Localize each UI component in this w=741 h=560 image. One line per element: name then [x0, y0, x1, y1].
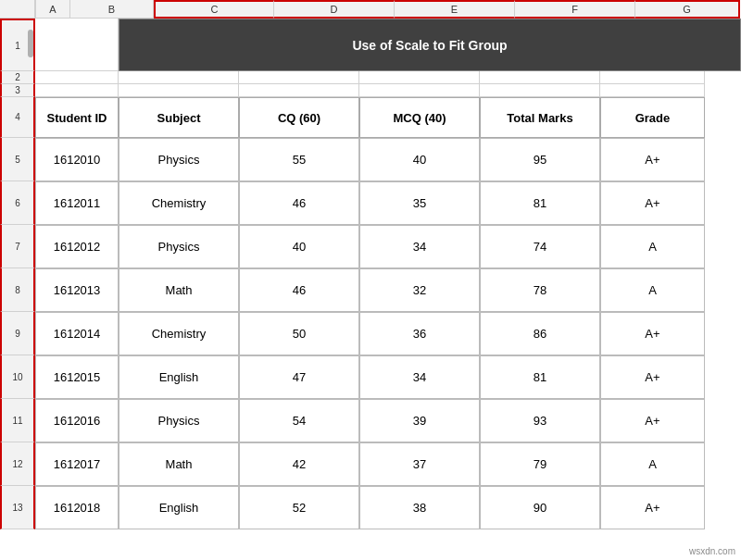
row-num-5: 5 [0, 138, 35, 181]
cell-g2 [600, 71, 705, 84]
row-num-11: 11 [0, 399, 35, 442]
td-id-2: 1612012 [35, 225, 119, 268]
row-num-9: 9 [0, 312, 35, 355]
th-total: Total Marks [480, 97, 600, 138]
td-cq-4: 50 [239, 312, 359, 355]
table-header-row: Student ID Subject CQ (60) MCQ (40) Tota… [35, 97, 741, 138]
row-num-8: 8 [0, 268, 35, 312]
td-subject-6: Physics [119, 399, 239, 442]
td-total-6: 93 [480, 399, 600, 442]
td-subject-0: Physics [119, 138, 239, 181]
body-container: 1 2 3 4 5 6 7 8 9 10 11 12 13 Use of Sca… [0, 19, 741, 560]
td-cq-5: 47 [239, 355, 359, 399]
row-numbers: 1 2 3 4 5 6 7 8 9 10 11 12 13 [0, 19, 35, 560]
th-subject: Subject [119, 97, 239, 138]
td-cq-1: 46 [239, 181, 359, 225]
row-3 [35, 84, 741, 97]
cell-e3 [359, 84, 480, 97]
td-mcq-6: 39 [359, 399, 480, 442]
td-mcq-3: 32 [359, 268, 480, 312]
spreadsheet: A B C D E F G 1 2 3 4 5 6 7 8 9 10 11 12… [0, 0, 741, 560]
td-mcq-5: 34 [359, 355, 480, 399]
td-cq-8: 52 [239, 486, 359, 529]
td-id-0: 1612010 [35, 138, 119, 181]
td-total-2: 74 [480, 225, 600, 268]
row-num-12: 12 [0, 442, 35, 486]
td-mcq-7: 37 [359, 442, 480, 486]
td-mcq-4: 36 [359, 312, 480, 355]
td-grade-6: A+ [600, 399, 705, 442]
title-row: Use of Scale to Fit Group [35, 19, 741, 71]
td-id-7: 1612017 [35, 442, 119, 486]
cell-d3 [239, 84, 359, 97]
table-row: 1612013 Math 46 32 78 A [35, 268, 741, 312]
table-row: 1612016 Physics 54 39 93 A+ [35, 399, 741, 442]
row-num-10: 10 [0, 355, 35, 399]
td-grade-8: A+ [600, 486, 705, 529]
td-total-8: 90 [480, 486, 600, 529]
title-text: Use of Scale to Fit Group [352, 38, 507, 53]
column-headers-row: A B C D E F G [0, 0, 741, 19]
cell-e2 [359, 71, 480, 84]
td-id-1: 1612011 [35, 181, 119, 225]
td-grade-2: A [600, 225, 705, 268]
td-mcq-8: 38 [359, 486, 480, 529]
td-total-5: 81 [480, 355, 600, 399]
cell-c3 [119, 84, 239, 97]
cell-c2 [119, 71, 239, 84]
th-mcq: MCQ (40) [359, 97, 480, 138]
td-cq-2: 40 [239, 225, 359, 268]
col-header-a: A [35, 0, 70, 19]
cells-area: Use of Scale to Fit Group [35, 19, 741, 560]
cell-f3 [480, 84, 600, 97]
row-2 [35, 71, 741, 84]
td-subject-8: English [119, 486, 239, 529]
cell-f2 [480, 71, 600, 84]
table-row: 1612017 Math 42 37 79 A [35, 442, 741, 486]
td-total-7: 79 [480, 442, 600, 486]
td-grade-7: A [600, 442, 705, 486]
watermark: wsxdn.com [689, 546, 735, 556]
td-subject-7: Math [119, 442, 239, 486]
cell-d2 [239, 71, 359, 84]
td-mcq-1: 35 [359, 181, 480, 225]
row-num-2: 2 [0, 71, 35, 84]
td-total-4: 86 [480, 312, 600, 355]
col-header-b: B [70, 0, 154, 19]
td-total-0: 95 [480, 138, 600, 181]
td-cq-6: 54 [239, 399, 359, 442]
td-mcq-0: 40 [359, 138, 480, 181]
td-grade-0: A+ [600, 138, 705, 181]
title-cell: Use of Scale to Fit Group [119, 19, 741, 71]
td-subject-3: Math [119, 268, 239, 312]
td-id-5: 1612015 [35, 355, 119, 399]
row-num-13: 13 [0, 486, 35, 529]
table-row: 1612018 English 52 38 90 A+ [35, 486, 741, 529]
row-num-4: 4 [0, 97, 35, 138]
cell-b2 [35, 71, 119, 84]
cell-b1 [35, 19, 119, 71]
td-grade-1: A+ [600, 181, 705, 225]
table-row: 1612010 Physics 55 40 95 A+ [35, 138, 741, 181]
row-num-6: 6 [0, 181, 35, 225]
td-subject-1: Chemistry [119, 181, 239, 225]
td-cq-7: 42 [239, 442, 359, 486]
th-cq: CQ (60) [239, 97, 359, 138]
td-total-1: 81 [480, 181, 600, 225]
scrollbar[interactable] [28, 30, 33, 57]
th-grade: Grade [600, 97, 705, 138]
td-subject-2: Physics [119, 225, 239, 268]
row-num-3: 3 [0, 84, 35, 97]
col-header-g: G [635, 0, 740, 19]
td-total-3: 78 [480, 268, 600, 312]
table-row: 1612015 English 47 34 81 A+ [35, 355, 741, 399]
row-num-1: 1 [0, 19, 35, 71]
td-id-3: 1612013 [35, 268, 119, 312]
td-cq-3: 46 [239, 268, 359, 312]
td-grade-3: A [600, 268, 705, 312]
cell-g3 [600, 84, 705, 97]
td-id-4: 1612014 [35, 312, 119, 355]
td-grade-5: A+ [600, 355, 705, 399]
table-row: 1612011 Chemistry 46 35 81 A+ [35, 181, 741, 225]
row-num-7: 7 [0, 225, 35, 268]
